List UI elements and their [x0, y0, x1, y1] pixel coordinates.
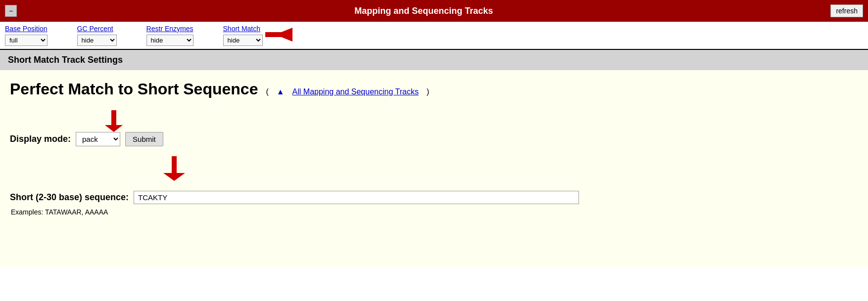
restr-enzymes-select[interactable]: hide dense full: [146, 35, 193, 46]
svg-rect-4: [172, 156, 177, 174]
sequence-input[interactable]: [134, 191, 579, 204]
track-settings-header: Short Match Track Settings: [0, 50, 868, 70]
short-match-link[interactable]: Short Match: [223, 25, 263, 33]
header-bar: − Mapping and Sequencing Tracks refresh: [0, 0, 868, 22]
base-position-select[interactable]: full hide dense: [5, 35, 48, 46]
nav-row: Base Position full hide dense GC Percent…: [0, 22, 868, 50]
display-mode-select[interactable]: hide dense pack full squish: [76, 132, 120, 146]
display-section: Display mode: hide dense pack full squis…: [10, 110, 858, 181]
refresh-button[interactable]: refresh: [830, 4, 863, 17]
svg-marker-3: [105, 125, 123, 132]
all-tracks-link[interactable]: All Mapping and Sequencing Tracks: [292, 87, 419, 96]
display-mode-label: Display mode:: [10, 134, 71, 144]
gc-percent-link[interactable]: GC Percent: [77, 25, 117, 33]
svg-rect-2: [111, 110, 116, 125]
nav-item-restr-enzymes: Restr Enzymes hide dense full: [146, 25, 193, 46]
svg-rect-1: [265, 32, 283, 37]
short-match-select[interactable]: hide dense pack full: [223, 35, 263, 46]
nav-item-short-match: Short Match hide dense pack full: [223, 25, 263, 46]
restr-enzymes-link[interactable]: Restr Enzymes: [146, 25, 193, 33]
svg-marker-5: [163, 173, 185, 181]
app-title: Mapping and Sequencing Tracks: [17, 6, 830, 16]
minimize-button[interactable]: −: [5, 5, 17, 17]
breadcrumb-arrow-icon: ▲: [277, 87, 285, 96]
track-settings-title: Short Match Track Settings: [8, 55, 123, 65]
short-match-arrow-icon: [265, 26, 292, 45]
page-title-row: Perfect Match to Short Sequence ( ▲ All …: [10, 80, 858, 98]
submit-arrow-icon: [163, 156, 185, 182]
base-position-link[interactable]: Base Position: [5, 25, 48, 33]
sequence-row: Short (2-30 base) sequence:: [10, 191, 858, 204]
sequence-section: Short (2-30 base) sequence: Examples: TA…: [10, 191, 858, 216]
pack-select-arrow-icon: [105, 110, 123, 133]
gc-percent-select[interactable]: hide dense full: [77, 35, 117, 46]
submit-button[interactable]: Submit: [125, 132, 163, 146]
nav-item-base-position: Base Position full hide dense: [5, 25, 48, 46]
nav-item-gc-percent: GC Percent hide dense full: [77, 25, 117, 46]
page-title: Perfect Match to Short Sequence: [10, 80, 258, 98]
sequence-label: Short (2-30 base) sequence:: [10, 192, 129, 203]
display-mode-row: Display mode: hide dense pack full squis…: [10, 132, 858, 146]
main-content: Perfect Match to Short Sequence ( ▲ All …: [0, 70, 868, 268]
breadcrumb-paren-close: ): [427, 87, 429, 96]
breadcrumb-paren-open: (: [266, 87, 268, 96]
examples-text: Examples: TATAWAAR, AAAAA: [11, 208, 858, 216]
